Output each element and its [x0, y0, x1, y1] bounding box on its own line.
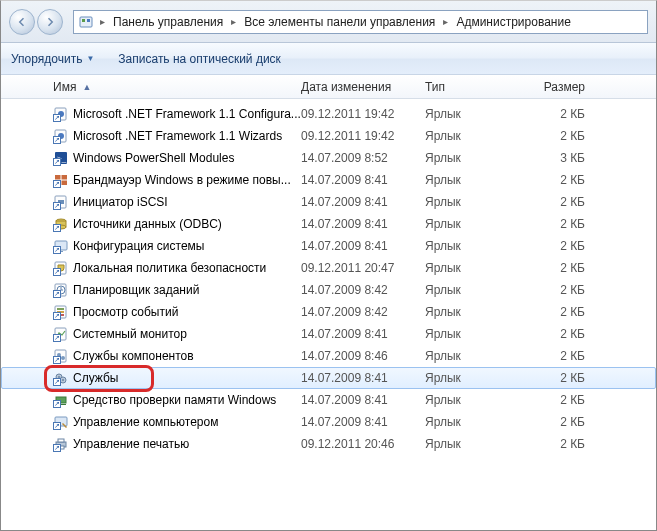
column-header-type[interactable]: Тип: [425, 80, 537, 94]
dropdown-arrow-icon: ▼: [86, 54, 94, 63]
list-item[interactable]: ↗Управление компьютером14.07.2009 8:41Яр…: [1, 411, 656, 433]
file-type: Ярлык: [425, 283, 537, 297]
column-header-date[interactable]: Дата изменения: [301, 80, 425, 94]
shortcut-icon: ↗: [53, 436, 69, 452]
list-item[interactable]: ↗Microsoft .NET Framework 1.1 Wizards09.…: [1, 125, 656, 147]
file-type: Ярлык: [425, 393, 537, 407]
breadcrumb-item[interactable]: Все элементы панели управления: [242, 15, 437, 29]
shortcut-icon: ↗: [53, 194, 69, 210]
svg-rect-1: [82, 19, 85, 22]
file-name: Microsoft .NET Framework 1.1 Configura..…: [73, 107, 301, 121]
file-type: Ярлык: [425, 327, 537, 341]
file-type: Ярлык: [425, 305, 537, 319]
shortcut-icon: ↗: [53, 106, 69, 122]
file-name: Windows PowerShell Modules: [73, 151, 234, 165]
file-name: Просмотр событий: [73, 305, 178, 319]
file-date: 14.07.2009 8:41: [301, 393, 425, 407]
file-size: 3 КБ: [537, 151, 595, 165]
list-item[interactable]: ↗Управление печатью09.12.2011 20:46Ярлык…: [1, 433, 656, 455]
file-size: 2 КБ: [537, 415, 595, 429]
file-size: 2 КБ: [537, 261, 595, 275]
file-type: Ярлык: [425, 371, 537, 385]
file-size: 2 КБ: [537, 217, 595, 231]
shortcut-icon: ↗: [53, 216, 69, 232]
control-panel-icon: [78, 14, 94, 30]
shortcut-icon: ↗: [53, 370, 69, 386]
file-date: 14.07.2009 8:41: [301, 327, 425, 341]
file-type: Ярлык: [425, 129, 537, 143]
list-item[interactable]: ↗Планировщик заданий14.07.2009 8:42Ярлык…: [1, 279, 656, 301]
list-item[interactable]: ↗Системный монитор14.07.2009 8:41Ярлык2 …: [1, 323, 656, 345]
list-item[interactable]: ↗Службы14.07.2009 8:41Ярлык2 КБ: [1, 367, 656, 389]
svg-rect-0: [80, 17, 92, 27]
list-item[interactable]: ↗Microsoft .NET Framework 1.1 Configura.…: [1, 103, 656, 125]
file-name: Системный монитор: [73, 327, 187, 341]
chevron-right-icon[interactable]: ▸: [98, 16, 107, 27]
file-size: 2 КБ: [537, 349, 595, 363]
file-type: Ярлык: [425, 217, 537, 231]
shortcut-icon: ↗: [53, 172, 69, 188]
shortcut-icon: >_↗: [53, 150, 69, 166]
list-item[interactable]: ↗Службы компонентов14.07.2009 8:46Ярлык2…: [1, 345, 656, 367]
file-date: 09.12.2011 19:42: [301, 129, 425, 143]
shortcut-icon: ↗: [53, 282, 69, 298]
sort-ascending-icon: ▲: [82, 82, 91, 92]
file-date: 09.12.2011 20:47: [301, 261, 425, 275]
file-size: 2 КБ: [537, 129, 595, 143]
file-size: 2 КБ: [537, 239, 595, 253]
toolbar: Упорядочить ▼ Записать на оптический дис…: [1, 43, 656, 75]
file-size: 2 КБ: [537, 371, 595, 385]
list-item[interactable]: ↗Средство проверки памяти Windows14.07.2…: [1, 389, 656, 411]
breadcrumb-item[interactable]: Администрирование: [454, 15, 572, 29]
shortcut-icon: ↗: [53, 392, 69, 408]
shortcut-icon: ↗: [53, 414, 69, 430]
svg-rect-2: [87, 19, 90, 22]
forward-button[interactable]: [37, 9, 63, 35]
shortcut-icon: ↗: [53, 128, 69, 144]
svg-point-31: [61, 356, 65, 360]
column-header-name[interactable]: Имя ▲: [53, 80, 301, 94]
file-name: Microsoft .NET Framework 1.1 Wizards: [73, 129, 282, 143]
list-item[interactable]: ↗Инициатор iSCSI14.07.2009 8:41Ярлык2 КБ: [1, 191, 656, 213]
file-name: Планировщик заданий: [73, 283, 199, 297]
file-name: Управление компьютером: [73, 415, 218, 429]
file-type: Ярлык: [425, 107, 537, 121]
file-size: 2 КБ: [537, 393, 595, 407]
file-type: Ярлык: [425, 151, 537, 165]
list-item[interactable]: >_↗Windows PowerShell Modules14.07.2009 …: [1, 147, 656, 169]
file-name: Источники данных (ODBC): [73, 217, 222, 231]
list-item[interactable]: ↗Просмотр событий14.07.2009 8:42Ярлык2 К…: [1, 301, 656, 323]
address-bar[interactable]: ▸ Панель управления ▸ Все элементы панел…: [73, 10, 648, 34]
file-name: Брандмауэр Windows в режиме повы...: [73, 173, 291, 187]
nav-buttons: [9, 9, 63, 35]
file-size: 2 КБ: [537, 107, 595, 121]
svg-point-35: [62, 379, 64, 381]
file-date: 14.07.2009 8:46: [301, 349, 425, 363]
file-name: Локальная политика безопасности: [73, 261, 266, 275]
list-item[interactable]: ↗Конфигурация системы14.07.2009 8:41Ярлы…: [1, 235, 656, 257]
file-type: Ярлык: [425, 415, 537, 429]
chevron-right-icon[interactable]: ▸: [441, 16, 450, 27]
file-name: Средство проверки памяти Windows: [73, 393, 276, 407]
file-size: 2 КБ: [537, 327, 595, 341]
back-button[interactable]: [9, 9, 35, 35]
burn-button[interactable]: Записать на оптический диск: [118, 52, 281, 66]
file-size: 2 КБ: [537, 195, 595, 209]
file-date: 14.07.2009 8:41: [301, 239, 425, 253]
file-name: Службы: [73, 371, 118, 385]
breadcrumb-item[interactable]: Панель управления: [111, 15, 225, 29]
file-size: 2 КБ: [537, 173, 595, 187]
file-type: Ярлык: [425, 437, 537, 451]
file-date: 14.07.2009 8:41: [301, 195, 425, 209]
list-item[interactable]: ↗Источники данных (ODBC)14.07.2009 8:41Я…: [1, 213, 656, 235]
list-item[interactable]: ↗Брандмауэр Windows в режиме повы...14.0…: [1, 169, 656, 191]
file-type: Ярлык: [425, 349, 537, 363]
file-date: 09.12.2011 20:46: [301, 437, 425, 451]
organize-button[interactable]: Упорядочить ▼: [11, 52, 94, 66]
chevron-right-icon[interactable]: ▸: [229, 16, 238, 27]
list-item[interactable]: ↗Локальная политика безопасности09.12.20…: [1, 257, 656, 279]
column-header-size[interactable]: Размер: [537, 80, 595, 94]
file-name: Службы компонентов: [73, 349, 194, 363]
navigation-bar: ▸ Панель управления ▸ Все элементы панел…: [1, 1, 656, 43]
file-size: 2 КБ: [537, 437, 595, 451]
